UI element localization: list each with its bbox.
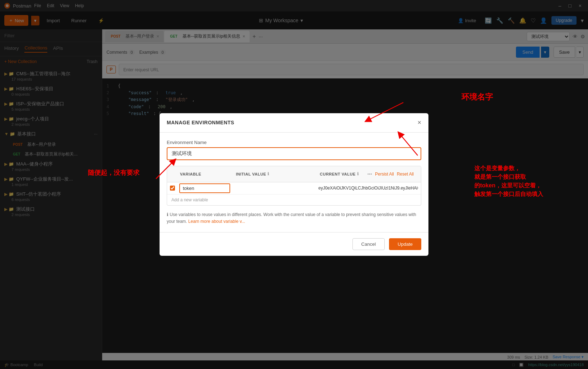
dialog-footer: Cancel Update	[160, 232, 428, 256]
initial-value-input[interactable]	[234, 186, 313, 191]
table-header: VARIABLE INITIAL VALUE ℹ CURRENT VALUE ℹ	[167, 166, 421, 182]
current-value-input[interactable]	[318, 186, 418, 191]
dialog-close-button[interactable]: ×	[417, 119, 421, 126]
initial-value-cell	[232, 183, 316, 193]
annotation-env-name: 环境名字	[461, 92, 493, 102]
variable-name-input[interactable]	[180, 184, 229, 192]
initial-value-label: INITIAL VALUE	[236, 172, 266, 176]
update-button[interactable]: Update	[389, 238, 421, 250]
env-name-input[interactable]	[167, 147, 421, 160]
dialog-header: MANAGE ENVIRONMENTS ×	[160, 113, 428, 133]
current-value-column-header: CURRENT VALUE ℹ ··· Persist All Reset Al…	[316, 166, 421, 182]
add-variable-row[interactable]: Add a new variable	[167, 195, 421, 205]
variable-name-cell	[167, 182, 232, 194]
info-icon-current: ℹ	[357, 172, 359, 176]
dialog-title: MANAGE ENVIRONMENTS	[167, 120, 234, 125]
info-link[interactable]: Learn more about variable v...	[188, 219, 245, 224]
reset-all-button[interactable]: Reset All	[397, 172, 414, 177]
env-name-label: Environment Name	[167, 140, 421, 145]
add-variable-label: Add a new variable	[171, 197, 208, 202]
persist-all-button[interactable]: Persist All	[375, 172, 394, 177]
table-actions: ··· Persist All Reset All	[365, 169, 417, 179]
variable-column-header: VARIABLE	[167, 166, 232, 182]
env-name-group: Environment Name	[167, 140, 421, 160]
dialog-body: Environment Name VARIABLE INITIAL VALUE …	[160, 133, 428, 232]
current-value-label: CURRENT VALUE	[320, 172, 356, 176]
variable-checkbox[interactable]	[170, 186, 175, 191]
variable-table-row	[167, 182, 421, 195]
info-text: ℹ Use variables to reuse values in diffe…	[167, 211, 421, 225]
variable-label: VARIABLE	[180, 172, 201, 176]
cancel-button[interactable]: Cancel	[352, 238, 385, 250]
current-value-cell	[316, 183, 421, 193]
table-dots-btn[interactable]: ···	[368, 171, 372, 177]
overlay: MANAGE ENVIRONMENTS × Environment Name V…	[0, 0, 588, 369]
variables-table: VARIABLE INITIAL VALUE ℹ CURRENT VALUE ℹ	[167, 166, 421, 206]
info-icon-initial: ℹ	[267, 172, 269, 176]
initial-value-column-header: INITIAL VALUE ℹ	[232, 166, 316, 182]
variable-name-field	[179, 183, 230, 193]
annotation-var-value: 这个是变量参数，就是第一个接口获取的token，这里可以空着，触发第一个接口后自…	[474, 164, 543, 198]
annotation-var-name: 随便起，没有要求	[88, 168, 139, 177]
dialog-wrapper: MANAGE ENVIRONMENTS × Environment Name V…	[160, 113, 428, 256]
manage-environments-dialog: MANAGE ENVIRONMENTS × Environment Name V…	[160, 113, 428, 256]
